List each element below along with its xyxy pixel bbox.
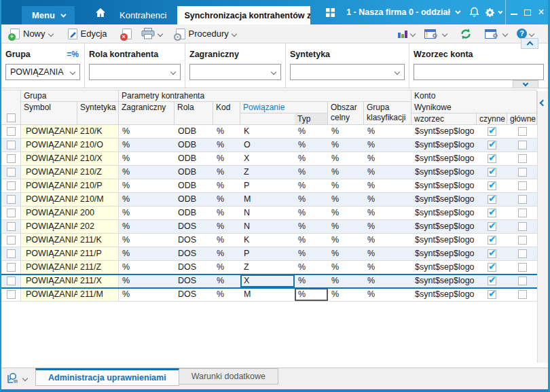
czynne-checkbox[interactable]: [488, 195, 496, 204]
tab-warunki-dodatkowe[interactable]: Warunki dodatkowe: [179, 368, 278, 385]
glowne-checkbox[interactable]: [518, 168, 527, 177]
cell-powiazanie[interactable]: X: [240, 152, 295, 166]
cell-wzorzec[interactable]: $synt$sep$logo: [411, 207, 477, 220]
cell-wzorzec[interactable]: $synt$sep$logo: [411, 288, 477, 302]
cell-wzorzec[interactable]: $synt$sep$logo: [411, 152, 477, 166]
print-button[interactable]: [136, 26, 167, 42]
row-select-checkbox[interactable]: [7, 181, 16, 190]
cell-obszar-celny[interactable]: %: [328, 288, 364, 302]
table-row[interactable]: POWIĄZANIA 210/O % ODB % O % % % $synt$s…: [1, 139, 537, 152]
cell-powiazanie[interactable]: N: [240, 220, 295, 234]
cell-rola[interactable]: ODB: [175, 125, 213, 139]
cell-zagraniczny[interactable]: %: [119, 179, 175, 193]
filter-grupa-select[interactable]: POWIĄZANIA: [5, 64, 80, 80]
header-wynikowe[interactable]: Wynikowe: [411, 102, 537, 113]
cell-wzorzec[interactable]: $synt$sep$logo: [411, 234, 477, 247]
cell-obszar-celny[interactable]: %: [328, 274, 364, 288]
cell-obszar-celny[interactable]: %: [328, 247, 364, 261]
cell-typ[interactable]: %: [295, 166, 328, 179]
cell-symbol[interactable]: POWIĄZANIA: [21, 207, 77, 220]
cell-rola[interactable]: DOS: [175, 261, 213, 274]
cell-syntetyka[interactable]: 211/P: [77, 247, 119, 261]
cell-rola[interactable]: DOS: [175, 247, 213, 261]
cell-kod[interactable]: %: [213, 247, 240, 261]
apps-grid-button[interactable]: [322, 0, 338, 24]
cell-syntetyka[interactable]: 210/X: [77, 152, 119, 166]
header-glowne[interactable]: główne: [507, 113, 537, 125]
cell-symbol[interactable]: POWIĄZANIA: [21, 152, 77, 166]
czynne-checkbox[interactable]: [488, 141, 496, 149]
cell-symbol[interactable]: POWIĄZANIA: [21, 274, 77, 288]
cell-syntetyka[interactable]: 211/X: [77, 274, 119, 288]
glowne-checkbox[interactable]: [518, 236, 527, 245]
cell-typ[interactable]: %: [295, 274, 328, 288]
delete-button[interactable]: ×: [117, 26, 136, 42]
cell-kod[interactable]: %: [213, 179, 240, 193]
row-select-checkbox[interactable]: [7, 168, 16, 177]
glowne-checkbox[interactable]: [518, 141, 527, 149]
cell-typ[interactable]: %: [295, 247, 328, 261]
cell-powiazanie[interactable]: Z: [240, 166, 295, 179]
cell-rola[interactable]: ODB: [175, 193, 213, 207]
filter-zagraniczny-select[interactable]: [189, 64, 281, 80]
cell-syntetyka[interactable]: 210/O: [77, 139, 119, 152]
tab-synchronizacja[interactable]: Synchronizacja kontrahentów z plan: [177, 6, 310, 24]
cell-kod[interactable]: %: [213, 261, 240, 274]
header-kod[interactable]: Kod: [213, 102, 240, 125]
header-zagraniczny[interactable]: Zagraniczny: [119, 102, 175, 125]
row-select-checkbox[interactable]: [7, 154, 16, 163]
table-row[interactable]: POWIĄZANIA 210/K % ODB % K % % % $synt$s…: [1, 125, 537, 139]
czynne-checkbox[interactable]: [488, 236, 496, 245]
cell-grupa-klasyfikacji[interactable]: %: [364, 179, 411, 193]
settings-button[interactable]: [482, 0, 504, 24]
cell-typ[interactable]: %: [295, 193, 328, 207]
cell-grupa-klasyfikacji[interactable]: %: [364, 207, 411, 220]
table-row[interactable]: POWIĄZANIA 211/M % DOS % M % % % $synt$s…: [1, 288, 537, 302]
cell-powiazanie[interactable]: P: [240, 247, 295, 261]
czynne-checkbox[interactable]: [488, 127, 496, 136]
cell-zagraniczny[interactable]: %: [119, 288, 175, 302]
cell-symbol[interactable]: POWIĄZANIA: [21, 220, 77, 234]
glowne-checkbox[interactable]: [518, 249, 527, 258]
cell-obszar-celny[interactable]: %: [328, 220, 364, 234]
cell-syntetyka[interactable]: 211/M: [77, 288, 119, 302]
table-row[interactable]: POWIĄZANIA 200 % ODB % N % % % $synt$sep…: [1, 207, 537, 220]
cell-wzorzec[interactable]: $synt$sep$logo: [411, 193, 477, 207]
cell-obszar-celny[interactable]: %: [328, 234, 364, 247]
filter-expand-button[interactable]: [513, 80, 538, 88]
glowne-checkbox[interactable]: [518, 222, 527, 231]
header-group-grupa[interactable]: Grupa: [21, 90, 119, 102]
tab-administracja-uprawnieniami[interactable]: Administracja uprawnieniami: [35, 368, 179, 386]
select-all-checkbox[interactable]: [7, 113, 16, 122]
close-button[interactable]: ×: [534, 0, 548, 24]
cell-rola[interactable]: ODB: [175, 207, 213, 220]
table-row[interactable]: POWIĄZANIA 211/X % DOS % X % % % $synt$s…: [1, 274, 537, 288]
cell-zagraniczny[interactable]: %: [119, 125, 175, 139]
cell-typ[interactable]: %: [295, 220, 328, 234]
cell-symbol[interactable]: POWIĄZANIA: [21, 179, 77, 193]
cell-wzorzec[interactable]: $synt$sep$logo: [411, 220, 477, 234]
glowne-checkbox[interactable]: [518, 277, 527, 285]
minimize-button[interactable]: [507, 0, 521, 24]
expand-side-panel-button[interactable]: [540, 98, 547, 107]
preview-panel-button[interactable]: [1, 368, 33, 384]
cell-syntetyka[interactable]: 210/Z: [77, 166, 119, 179]
header-czynne[interactable]: czynne: [477, 113, 507, 125]
table-row[interactable]: POWIĄZANIA 211/K % DOS % K % % % $synt$s…: [1, 234, 537, 247]
cell-symbol[interactable]: POWIĄZANIA: [21, 139, 77, 152]
header-symbol[interactable]: Symbol: [21, 102, 77, 125]
row-select-checkbox[interactable]: [7, 222, 16, 231]
cell-typ[interactable]: %: [295, 179, 328, 193]
cell-rola[interactable]: ODB: [175, 152, 213, 166]
alerts-settings-button[interactable]: !: [421, 26, 450, 42]
cell-rola[interactable]: DOS: [175, 274, 213, 288]
cell-zagraniczny[interactable]: %: [119, 274, 175, 288]
notifications-button[interactable]: [466, 0, 482, 24]
cell-wzorzec[interactable]: $synt$sep$logo: [411, 139, 477, 152]
row-select-checkbox[interactable]: [7, 236, 16, 245]
cell-grupa-klasyfikacji[interactable]: %: [364, 247, 411, 261]
cell-typ[interactable]: %: [295, 207, 328, 220]
cell-powiazanie[interactable]: X: [240, 274, 295, 288]
cell-wzorzec[interactable]: $synt$sep$logo: [411, 125, 477, 139]
edit-button[interactable]: Edycja: [63, 26, 112, 42]
